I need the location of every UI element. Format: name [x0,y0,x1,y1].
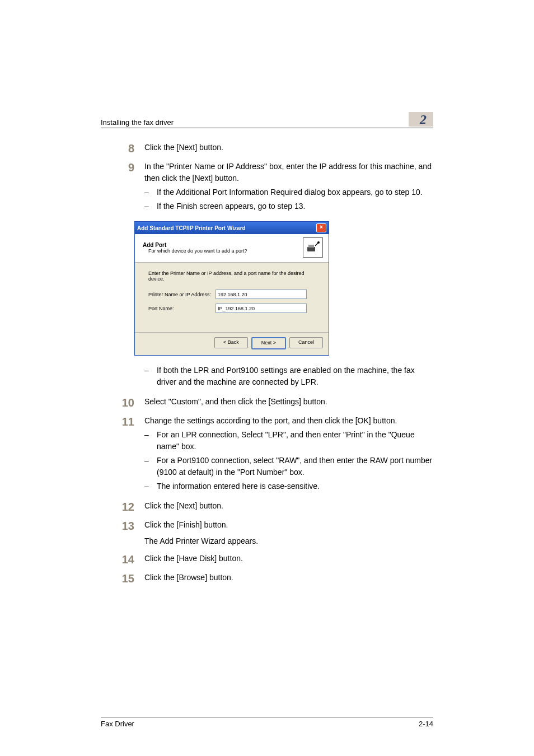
svg-rect-1 [308,245,314,248]
step-9-after: If both the LPR and Port9100 settings ar… [101,362,433,390]
field-row-portname: Port Name: [148,304,315,313]
step-number: 11 [101,415,144,494]
step-number: 14 [101,553,144,566]
printer-network-icon [303,237,323,258]
wizard-dialog: Add Standard TCP/IP Printer Port Wizard … [134,221,329,356]
footer-right: 2-14 [419,720,433,728]
chapter-number: 2 [409,112,433,127]
step-number: 9 [101,161,144,214]
dialog-body: Enter the Printer Name or IP address, an… [135,263,329,332]
step-14: 14 Click the [Have Disk] button. [101,553,433,566]
step-8: 8 Click the [Next] button. [101,142,433,155]
cancel-button[interactable]: Cancel [289,337,323,348]
step-text: Click the [Have Disk] button. [144,553,433,566]
step-12: 12 Click the [Next] button. [101,500,433,514]
dialog-header-text: Add Port For which device do you want to… [143,242,247,254]
step-number: 13 [101,519,144,547]
page-header: Installing the fax driver 2 [101,112,433,128]
step-body: Click the [Finish] button. The Add Print… [144,519,433,547]
page-footer: Fax Driver 2-14 [101,717,433,728]
address-label: Printer Name or IP Address: [148,292,216,297]
step-number: 12 [101,500,144,514]
step-subitem: For a Port9100 connection, select "RAW",… [144,455,433,478]
step-text: Change the settings according to the por… [144,415,433,427]
back-button[interactable]: < Back [214,337,248,348]
step-11: 11 Change the settings according to the … [101,415,433,494]
dialog-screenshot: Add Standard TCP/IP Printer Port Wizard … [134,221,433,356]
step-text: Select "Custom", and then click the [Set… [144,396,433,409]
step-subitem: If the Finish screen appears, go to step… [144,200,433,212]
step-13: 13 Click the [Finish] button. The Add Pr… [101,519,433,547]
document-page: Installing the fax driver 2 8 Click the … [0,0,534,756]
dialog-titlebar: Add Standard TCP/IP Printer Port Wizard … [135,222,329,234]
portname-label: Port Name: [148,306,216,311]
step-text: In the "Printer Name or IP Address" box,… [144,161,433,184]
step-number: 10 [101,396,144,409]
address-input[interactable] [216,290,307,299]
step-text: Click the [Next] button. [144,142,433,155]
step-subitem: If the Additional Port Information Requi… [144,186,433,198]
step-text: Click the [Finish] button. [144,519,433,531]
step-body: Change the settings according to the por… [144,415,433,494]
step-body: In the "Printer Name or IP Address" box,… [144,161,433,214]
step-subitem: For an LPR connection, Select "LPR", and… [144,429,433,452]
step-number: 15 [101,572,144,585]
dialog-subheading: For which device do you want to add a po… [148,248,247,254]
step-9: 9 In the "Printer Name or IP Address" bo… [101,161,433,214]
dialog-instruction: Enter the Printer Name or IP address, an… [148,270,315,282]
step-number-empty [101,362,144,390]
step-15: 15 Click the [Browse] button. [101,572,433,585]
dialog-heading: Add Port [143,242,247,248]
page-content: 8 Click the [Next] button. 9 In the "Pri… [101,142,433,585]
footer-left: Fax Driver [101,720,134,728]
step-body: If both the LPR and Port9100 settings ar… [144,362,433,390]
header-title: Installing the fax driver [101,118,174,127]
step-10: 10 Select "Custom", and then click the [… [101,396,433,409]
step-number: 8 [101,142,144,155]
field-row-address: Printer Name or IP Address: [148,290,315,299]
dialog-header: Add Port For which device do you want to… [135,234,329,263]
step-aftertext: The Add Printer Wizard appears. [144,535,433,547]
portname-input[interactable] [216,304,307,313]
svg-rect-0 [307,247,315,251]
close-button[interactable]: × [316,223,326,232]
step-subitem: If both the LPR and Port9100 settings ar… [144,365,433,388]
dialog-title: Add Standard TCP/IP Printer Port Wizard [137,225,246,231]
svg-point-2 [317,241,320,244]
next-button[interactable]: Next > [251,337,286,349]
dialog-footer: < Back Next > Cancel [135,332,329,355]
step-subitem: The information entered here is case-sen… [144,480,433,492]
step-text: Click the [Browse] button. [144,572,433,585]
step-text: Click the [Next] button. [144,500,433,514]
